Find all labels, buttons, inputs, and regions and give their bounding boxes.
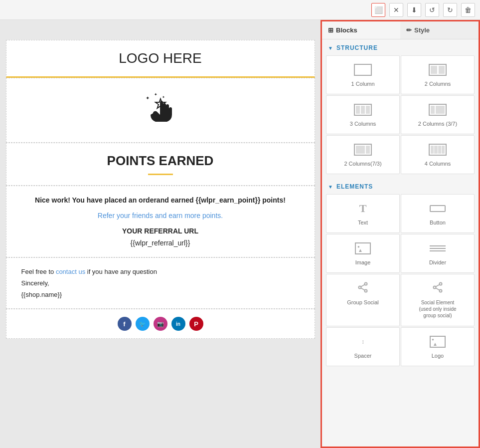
structure-header: ▼ STRUCTURE bbox=[322, 39, 479, 55]
footer-contact: Feel free to contact us if you have any … bbox=[21, 268, 300, 275]
elements-grid: T Text Button Image bbox=[322, 194, 479, 370]
points-divider bbox=[148, 174, 173, 175]
logo-section: LOGO HERE bbox=[6, 40, 315, 78]
structure-arrow-icon: ▼ bbox=[328, 45, 333, 51]
structure-grid: 1 Column 2 Columns 3 Columns 2 Columns (… bbox=[322, 55, 479, 178]
3col-icon bbox=[354, 103, 372, 117]
svg-line-12 bbox=[436, 285, 440, 287]
instagram-icon[interactable]: 📷 bbox=[154, 317, 167, 331]
2col73-icon bbox=[354, 143, 372, 157]
referral-url-label: YOUR REFERRAL URL bbox=[26, 227, 295, 235]
footer-contact-suffix: if you have any question bbox=[85, 268, 157, 275]
redo-button[interactable]: ↻ bbox=[443, 3, 457, 17]
icon-section: ✦ ✦ ✦ bbox=[6, 78, 315, 143]
toolbar: ⬜ ✕ ⬇ ↺ ↻ 🗑 bbox=[0, 0, 480, 20]
block-spacer[interactable]: ↕ Spacer bbox=[326, 327, 400, 366]
linkedin-icon[interactable]: in bbox=[171, 317, 185, 331]
block-2col73[interactable]: 2 Columns(7/3) bbox=[326, 135, 400, 174]
svg-point-6 bbox=[365, 290, 367, 292]
email-canvas: LOGO HERE ✦ ✦ ✦ bbox=[6, 40, 315, 339]
1col-icon bbox=[354, 63, 372, 77]
4col-icon bbox=[429, 143, 447, 157]
square-button[interactable]: ⬜ bbox=[371, 3, 385, 17]
footer-shop: {{shop.name}} bbox=[21, 291, 300, 298]
logo-bold: LOGO bbox=[119, 50, 159, 66]
svg-point-9 bbox=[440, 283, 442, 285]
image-shape-icon bbox=[355, 242, 371, 254]
message-section: Nice work! You have placed an orderand e… bbox=[6, 186, 315, 257]
block-4col[interactable]: 4 Columns bbox=[401, 135, 475, 174]
spacer-label: Spacer bbox=[354, 353, 372, 359]
block-divider[interactable]: Divider bbox=[401, 234, 475, 273]
style-tab[interactable]: ✏ Style bbox=[400, 21, 479, 39]
2col37-icon bbox=[429, 103, 447, 117]
undo-button[interactable]: ↺ bbox=[425, 3, 439, 17]
facebook-icon[interactable]: f bbox=[118, 317, 132, 331]
block-2col37[interactable]: 2 Columns (3/7) bbox=[401, 95, 475, 134]
elements-header: ▼ ELEMENTS bbox=[322, 178, 479, 194]
structure-label: STRUCTURE bbox=[336, 44, 378, 51]
email-preview: LOGO HERE ✦ ✦ ✦ bbox=[0, 20, 320, 448]
logo-shape-icon bbox=[430, 336, 446, 348]
footer-contact-prefix: Feel free to bbox=[21, 268, 56, 275]
blocks-tab-label: Blocks bbox=[336, 26, 357, 34]
block-3col[interactable]: 3 Columns bbox=[326, 95, 400, 134]
block-logo[interactable]: Logo bbox=[401, 327, 475, 366]
svg-line-8 bbox=[361, 288, 365, 290]
group-social-element-icon bbox=[357, 281, 369, 295]
block-image[interactable]: Image bbox=[326, 234, 400, 273]
block-text[interactable]: T Text bbox=[326, 194, 400, 233]
1col-label: 1 Column bbox=[351, 81, 374, 87]
block-button[interactable]: Button bbox=[401, 194, 475, 233]
button-element-icon bbox=[430, 202, 446, 216]
spacer-element-icon: ↕ bbox=[361, 335, 364, 349]
message-main: Nice work! You have placed an orderand e… bbox=[26, 196, 295, 204]
svg-point-4 bbox=[365, 283, 367, 285]
logo-label: Logo bbox=[432, 353, 444, 359]
block-group-social[interactable]: Group Social bbox=[326, 274, 400, 326]
divider-element-icon bbox=[430, 241, 446, 255]
blocks-tab[interactable]: ⊞ Blocks bbox=[322, 21, 400, 39]
svg-point-5 bbox=[359, 286, 361, 289]
elements-arrow-icon: ▼ bbox=[328, 184, 333, 190]
points-title: POINTS EARNED bbox=[16, 153, 305, 169]
social-icons: f 🐦 📷 in P bbox=[16, 317, 305, 331]
style-tab-icon: ✏ bbox=[406, 26, 412, 34]
image-label: Image bbox=[355, 259, 371, 265]
footer-sincerely: Sincerely, bbox=[21, 279, 300, 287]
social-element-label: Social Element(used only insidegroup soc… bbox=[419, 299, 456, 319]
block-2col[interactable]: 2 Columns bbox=[401, 55, 475, 94]
text-element-icon: T bbox=[359, 202, 367, 216]
social-element-icon bbox=[432, 281, 444, 295]
svg-text:✦: ✦ bbox=[162, 95, 165, 99]
divider-shape-icon bbox=[430, 245, 446, 251]
footer-contact-link: contact us bbox=[56, 268, 85, 275]
download-button[interactable]: ⬇ bbox=[407, 3, 421, 17]
svg-point-10 bbox=[434, 286, 436, 289]
footer-section: Feel free to contact us if you have any … bbox=[6, 257, 315, 309]
block-1col[interactable]: 1 Column bbox=[326, 55, 400, 94]
blocks-tab-icon: ⊞ bbox=[328, 26, 333, 34]
hand-star-icon: ✦ ✦ ✦ bbox=[16, 91, 305, 130]
svg-line-13 bbox=[436, 288, 440, 290]
logo-text: LOGO HERE bbox=[16, 50, 305, 66]
close-button[interactable]: ✕ bbox=[389, 3, 403, 17]
button-label: Button bbox=[430, 220, 446, 225]
block-social-element[interactable]: Social Element(used only insidegroup soc… bbox=[401, 274, 475, 326]
twitter-icon[interactable]: 🐦 bbox=[136, 317, 150, 331]
text-T-icon: T bbox=[359, 202, 367, 215]
logo-normal: HERE bbox=[159, 50, 202, 66]
svg-text:✦: ✦ bbox=[154, 92, 158, 97]
style-tab-label: Style bbox=[414, 26, 430, 34]
divider-label: Divider bbox=[429, 259, 446, 265]
social-share-icon bbox=[432, 281, 444, 295]
2col73-label: 2 Columns(7/3) bbox=[344, 161, 381, 167]
elements-label: ELEMENTS bbox=[336, 183, 373, 190]
panel-tabs: ⊞ Blocks ✏ Style bbox=[322, 21, 479, 39]
message-refer: Refer your friends and earn more points. bbox=[26, 212, 295, 220]
share-icon bbox=[357, 281, 369, 295]
4col-label: 4 Columns bbox=[425, 161, 451, 167]
delete-button[interactable]: 🗑 bbox=[461, 3, 475, 17]
logo-element-icon bbox=[430, 335, 446, 349]
pinterest-icon[interactable]: P bbox=[189, 317, 203, 331]
